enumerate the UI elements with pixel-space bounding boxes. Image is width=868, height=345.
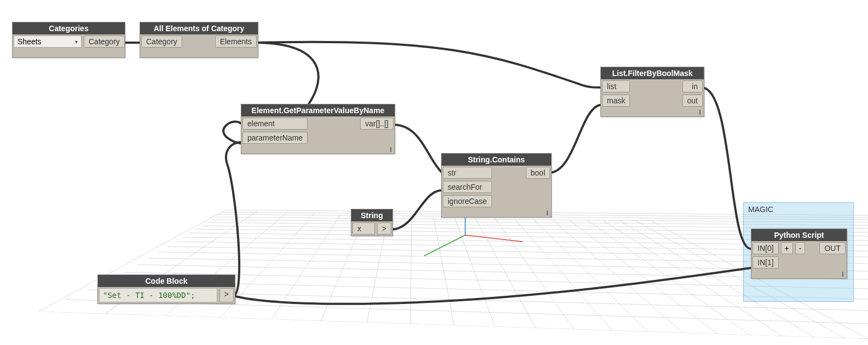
input-port-list[interactable]: list <box>602 80 630 92</box>
chevron-down-icon: ▾ <box>75 39 78 45</box>
node-title: Code Block <box>98 275 235 287</box>
node-title: Python Script <box>751 229 847 241</box>
dynamo-canvas[interactable]: { "group": { "label": "MAGIC" }, "nodes"… <box>0 0 868 345</box>
output-port[interactable]: > <box>219 288 234 302</box>
node-get-parameter-value-by-name[interactable]: Element.GetParameterValueByName element … <box>241 104 395 154</box>
svg-line-28 <box>410 216 412 325</box>
input-port-str[interactable]: str <box>443 167 492 179</box>
input-port-in0[interactable]: IN[0] <box>753 242 779 254</box>
lacing-indicator-icon <box>842 272 843 277</box>
output-port[interactable]: > <box>377 223 391 235</box>
output-port-category[interactable]: Category <box>84 36 125 48</box>
input-port-parameter-name[interactable]: parameterName <box>242 132 308 144</box>
svg-line-1 <box>38 312 868 339</box>
add-input-button[interactable]: + <box>781 242 793 254</box>
input-port-element[interactable]: element <box>242 118 308 130</box>
input-port-mask[interactable]: mask <box>602 95 630 107</box>
node-title: String.Contains <box>442 154 551 166</box>
output-port-elements[interactable]: Elements <box>215 36 257 48</box>
input-port-search-for[interactable]: searchFor <box>443 181 492 193</box>
svg-line-36 <box>569 220 718 335</box>
node-categories[interactable]: Categories Sheets ▾ Category <box>12 22 125 58</box>
input-port-x[interactable]: x <box>352 223 375 235</box>
lacing-indicator-icon <box>547 210 548 215</box>
output-port-bool[interactable]: bool <box>526 167 550 179</box>
node-string-contains[interactable]: String.Contains str searchFor ignoreCase… <box>441 153 552 218</box>
svg-line-29 <box>433 217 454 326</box>
node-string[interactable]: String x > <box>351 209 393 236</box>
remove-input-button[interactable]: - <box>795 242 806 254</box>
input-port-ignore-case[interactable]: ignoreCase <box>443 195 492 207</box>
node-all-elements-of-category[interactable]: All Elements of Category Category Elemen… <box>140 22 258 58</box>
output-port-out[interactable]: OUT <box>819 242 846 254</box>
input-port-in1[interactable]: IN[1] <box>753 256 779 268</box>
node-filter-by-bool-mask[interactable]: List.FilterByBoolMask list mask in out <box>600 67 704 117</box>
node-code-block[interactable]: Code Block "Set - TI - 100%DD"; > <box>97 274 235 304</box>
lacing-indicator-icon <box>390 147 391 152</box>
code-input[interactable]: "Set - TI - 100%DD"; <box>99 288 217 302</box>
svg-line-37 <box>587 220 751 336</box>
input-port-category[interactable]: Category <box>141 36 182 48</box>
lacing-indicator-icon <box>699 110 701 115</box>
node-python-script[interactable]: Python Script IN[0] IN[1] + - OUT <box>751 229 847 279</box>
node-title: All Elements of Category <box>140 22 258 34</box>
group-label: MAGIC <box>748 205 773 214</box>
output-port-out[interactable]: out <box>682 95 703 107</box>
node-title: Categories <box>13 22 125 34</box>
dropdown-value: Sheets <box>18 37 42 46</box>
node-title: Element.GetParameterValueByName <box>241 104 395 116</box>
node-title: List.FilterByBoolMask <box>601 67 704 79</box>
output-port-in[interactable]: in <box>682 80 703 92</box>
categories-dropdown[interactable]: Sheets ▾ <box>14 36 82 48</box>
node-title: String <box>351 209 392 221</box>
output-port-var[interactable]: var[]..[] <box>360 118 394 130</box>
